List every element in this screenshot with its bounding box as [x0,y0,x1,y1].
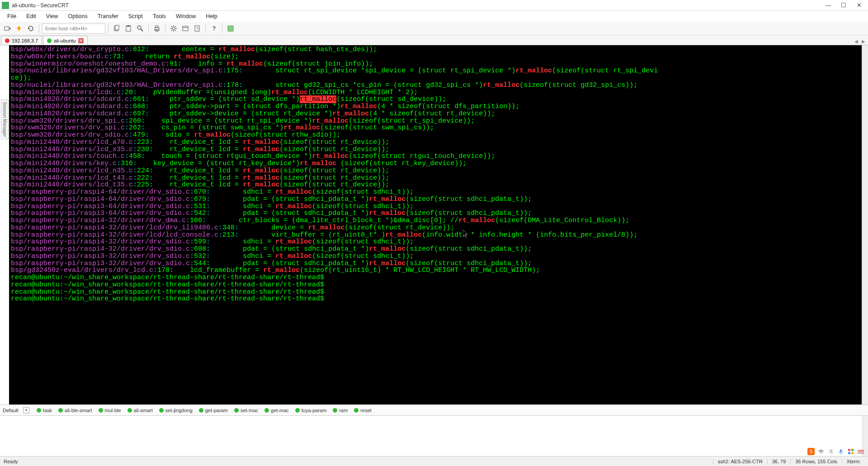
minimize-button[interactable]: — [825,2,832,9]
quick-button-get-mac[interactable]: get-mac [263,407,291,414]
terminal-line: bsp/nuclei/libraries/gd32vf103/HAL_Drive… [11,67,860,75]
terminal-line: bsp/raspberry-pi/raspi4-32/driver/drv_sd… [11,246,860,253]
quick-label: tuya-param [302,408,327,413]
terminal-line: bsp/raspberry-pi/raspi3-32/driver/drv_sd… [11,260,860,267]
menu-file[interactable]: File [3,12,21,20]
terminal-line: bsp/mini2440/drivers/key.c:316: key_devi… [11,160,860,167]
terminal-line: bsp/raspberry-pi/raspi4-64/driver/drv_sd… [11,196,860,203]
svg-point-5 [137,26,141,29]
quick-button-get-param[interactable]: get-param [197,407,230,414]
vertical-scrollbar[interactable] [862,45,868,404]
quick-dot-icon [354,408,359,413]
quick-dot-icon [159,408,164,413]
menubar: File Edit View Options Transfer Script T… [0,11,868,22]
tray-keyboard-icon[interactable] [857,448,864,455]
copy-icon[interactable] [111,23,122,34]
tray-zh-icon[interactable]: 中 [817,448,825,455]
quick-button-ali-smart[interactable]: ali-smart [126,407,155,414]
toolbar-help-icon[interactable]: ? [208,23,219,34]
quick-dot-icon [127,408,132,413]
quick-button-tuya-param[interactable]: tuya-param [293,407,329,414]
quick-label: get-mac [271,408,289,413]
quick-button-task[interactable]: task [35,407,54,414]
terminal-line: bsp/raspberry-pi/raspi3-32/driver/drv_sd… [11,253,860,260]
terminal-line: bsp/raspberry-pi/raspi3-64/driver/drv_sd… [11,210,860,217]
print-icon[interactable] [151,23,162,34]
quickbar: Default ▾ taskali-ble-smartmul-bleali-sm… [0,404,868,415]
quick-button-mul-ble[interactable]: mul-ble [97,407,123,414]
toolbar: ? ? [0,22,868,35]
quick-dot-icon [37,408,41,413]
quick-button-set-mac[interactable]: set-mac [232,407,260,414]
menu-edit[interactable]: Edit [22,12,41,20]
quick-label: ali-ble-smart [65,408,92,413]
menu-script[interactable]: Script [124,12,147,20]
tray-s-icon[interactable]: S [807,448,815,455]
tray-mic-icon[interactable] [837,448,844,455]
connect-icon[interactable] [2,23,13,34]
status-ready: Ready [4,459,18,464]
tab-next-icon[interactable]: ▶ [860,38,867,45]
quick-dot-icon [234,408,239,413]
quick-dot-icon [58,408,63,413]
svg-rect-4 [127,25,130,27]
session-options-icon[interactable] [180,23,191,34]
menu-tools[interactable]: Tools [148,12,170,20]
status-cursor: 36, 79 [767,459,791,464]
toolbar-green-icon[interactable] [225,23,236,34]
menu-help[interactable]: Help [201,12,222,20]
svg-rect-8 [156,26,158,28]
quick-label: ali-smart [134,408,153,413]
quick-label: reset [360,408,371,413]
terminal-line: bsp/w60x/drivers/drv_crypto.c:612: conte… [11,46,860,53]
menu-window[interactable]: Window [171,12,200,20]
quick-label: ram [339,408,348,413]
tab-prev-icon[interactable]: ◀ [853,38,860,45]
svg-rect-0 [5,27,9,30]
quick-dot-icon [199,408,203,413]
help-icon[interactable]: ? [192,23,203,34]
quick-button-ram[interactable]: ram [331,407,349,414]
terminal-view[interactable]: bsp/w60x/drivers/drv_crypto.c:612: conte… [9,45,862,404]
svg-rect-30 [851,452,854,454]
quick-button-set-jingdong[interactable]: set-jingdong [157,407,194,414]
terminal-line: bsp/swm320/drivers/drv_spi.c:262: cs_pin… [11,124,860,132]
quick-label: set-jingdong [165,408,193,413]
menu-transfer[interactable]: Transfer [93,12,123,20]
quick-button-reset[interactable]: reset [352,407,373,414]
svg-text:?: ? [196,26,198,31]
tab-label: ali-ubuntu [54,38,75,43]
menu-options[interactable]: Options [64,12,92,20]
find-icon[interactable] [135,23,146,34]
quick-connect-icon[interactable] [14,23,24,34]
quickbar-dropdown-icon[interactable]: ▾ [23,407,29,414]
svg-rect-25 [840,449,842,452]
tray-grid-icon[interactable] [847,448,854,455]
terminal-line: bsp/raspberry-pi/raspi4-32/driver/lcd/dr… [11,224,860,232]
app-icon [2,2,9,9]
close-button[interactable]: ✕ [855,2,863,9]
quick-label: task [43,408,52,413]
quick-dot-icon [333,408,337,413]
maximize-button[interactable]: ☐ [840,2,847,9]
terminal-line: bsp/mini2440/drivers/touch.c:458: touch … [11,153,860,160]
terminal-line: recan@ubuntu:~/win_share_workspace/rt-th… [11,274,860,281]
terminal-line: bsp/mini4020/drivers/sdcard.c:661: ptr_s… [11,96,860,103]
session-manager-tab[interactable]: Session Manager [1,100,9,139]
session-tab-1[interactable]: ali-ubuntu✕ [43,36,88,45]
terminal-line: ce)); [11,75,860,82]
svg-point-10 [172,27,175,30]
paste-icon[interactable] [123,23,134,34]
tab-close-icon[interactable]: ✕ [78,38,84,43]
settings-icon[interactable] [168,23,179,34]
session-tab-0[interactable]: 192.168.3.7 [1,36,42,45]
terminal-line: bsp/swm320/drivers/drv_spi.c:260: spi_de… [11,118,860,125]
menu-view[interactable]: View [42,12,63,20]
tray-en-icon[interactable]: 英 [827,448,835,455]
reconnect-icon[interactable] [25,23,36,34]
host-input[interactable] [42,24,105,33]
quickbar-default-label: Default [3,408,19,413]
command-pane[interactable] [0,415,868,456]
quick-button-ali-ble-smart[interactable]: ali-ble-smart [57,407,94,414]
svg-rect-28 [851,449,854,451]
